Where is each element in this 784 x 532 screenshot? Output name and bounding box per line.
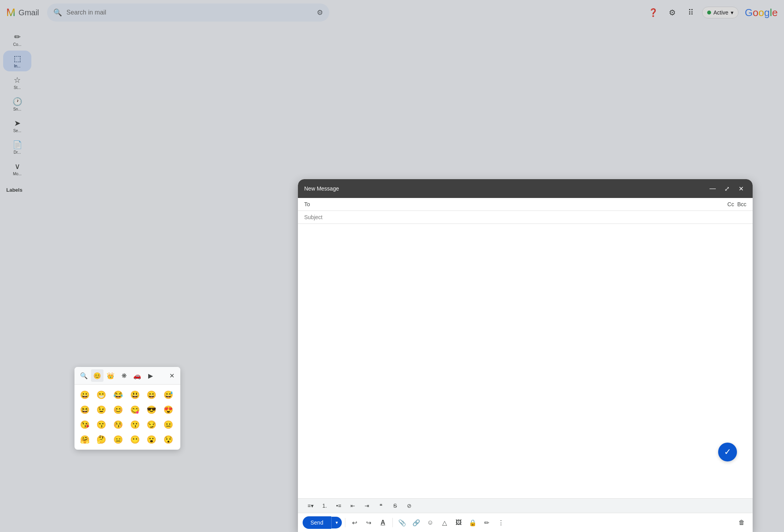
format-strikethrough-button[interactable]: S bbox=[389, 500, 401, 511]
attach-button[interactable]: 📎 bbox=[396, 516, 408, 529]
send-arrow-button[interactable]: ▾ bbox=[331, 517, 342, 528]
emoji-tab-objects[interactable]: ▶ bbox=[144, 369, 157, 382]
format-align-button[interactable]: ≡▾ bbox=[304, 500, 317, 511]
undo-button[interactable]: ↩ bbox=[348, 516, 361, 529]
emoji-😂[interactable]: 😂 bbox=[111, 388, 125, 402]
send-button[interactable]: Send bbox=[303, 516, 331, 529]
emoji-😄[interactable]: 😄 bbox=[145, 388, 159, 402]
emoji-😏[interactable]: 😏 bbox=[145, 418, 159, 432]
compose-subject-row bbox=[298, 211, 753, 224]
emoji-😮[interactable]: 😮 bbox=[145, 432, 159, 447]
format-indent-less-button[interactable]: ⇤ bbox=[347, 500, 359, 511]
bcc-button[interactable]: Bcc bbox=[737, 201, 746, 207]
redo-button[interactable]: ↪ bbox=[363, 516, 375, 529]
sign-button[interactable]: ✏ bbox=[481, 516, 493, 529]
emoji-😅[interactable]: 😅 bbox=[161, 388, 175, 402]
floating-check-button[interactable]: ✓ bbox=[718, 443, 737, 461]
emoji-😊[interactable]: 😊 bbox=[111, 403, 125, 417]
cc-bcc-buttons: Cc Bcc bbox=[728, 201, 746, 207]
compose-to-row: To Cc Bcc bbox=[298, 198, 753, 211]
emoji-😗[interactable]: 😗 bbox=[128, 418, 142, 432]
compose-modal: New Message — ⤢ ✕ To Cc Bcc ≡▾ 1. •≡ ⇤ ⇥… bbox=[298, 179, 753, 532]
compose-title: New Message bbox=[304, 185, 707, 192]
emoji-tab-search[interactable]: 🔍 bbox=[78, 369, 90, 382]
format-clear-button[interactable]: ⊘ bbox=[403, 500, 416, 511]
emoji-😀[interactable]: 😀 bbox=[78, 388, 92, 402]
delete-button[interactable]: 🗑 bbox=[735, 516, 748, 529]
emoji-tab-smileys[interactable]: 😊 bbox=[91, 369, 103, 382]
emoji-close-button[interactable]: ✕ bbox=[166, 370, 177, 381]
toolbar-divider-2 bbox=[392, 518, 393, 527]
emoji-😯[interactable]: 😯 bbox=[161, 432, 175, 447]
emoji-tab-nature[interactable]: ❋ bbox=[118, 369, 130, 382]
emoji-😐[interactable]: 😐 bbox=[161, 418, 175, 432]
subject-input[interactable] bbox=[304, 214, 746, 220]
to-input[interactable] bbox=[317, 201, 728, 207]
emoji-😁[interactable]: 😁 bbox=[94, 388, 109, 402]
emoji-😎[interactable]: 😎 bbox=[145, 403, 159, 417]
emoji-😃[interactable]: 😃 bbox=[128, 388, 142, 402]
cc-button[interactable]: Cc bbox=[728, 201, 734, 207]
compose-header-actions: — ⤢ ✕ bbox=[707, 183, 746, 194]
send-button-group: Send ▾ bbox=[303, 516, 342, 529]
to-label: To bbox=[304, 201, 314, 207]
format-quote-button[interactable]: ❝ bbox=[375, 500, 387, 511]
emoji-grid: 😀 😁 😂 😃 😄 😅 😆 😉 😊 😋 😎 😍 😘 😙 😚 😗 😏 😐 🤗 🤔 … bbox=[74, 385, 180, 450]
emoji-button[interactable]: ☺ bbox=[424, 516, 437, 529]
compose-toolbar: Send ▾ ↩ ↪ A 📎 🔗 ☺ △ 🖼 🔒 ✏ ⋮ 🗑 bbox=[298, 513, 753, 532]
emoji-🤗[interactable]: 🤗 bbox=[78, 432, 92, 447]
emoji-😍[interactable]: 😍 bbox=[161, 403, 175, 417]
emoji-😆[interactable]: 😆 bbox=[78, 403, 92, 417]
emoji-😑[interactable]: 😑 bbox=[111, 432, 125, 447]
emoji-😋[interactable]: 😋 bbox=[128, 403, 142, 417]
formatting-toolbar: ≡▾ 1. •≡ ⇤ ⇥ ❝ S ⊘ bbox=[298, 498, 753, 513]
emoji-picker: 🔍 😊 👑 ❋ 🚗 ▶ ✕ 😀 😁 😂 😃 😄 😅 😆 😉 😊 😋 😎 😍 😘 … bbox=[74, 367, 180, 450]
emoji-😘[interactable]: 😘 bbox=[78, 418, 92, 432]
emoji-😙[interactable]: 😙 bbox=[94, 418, 109, 432]
formatting-button[interactable]: A bbox=[377, 516, 389, 529]
emoji-🤔[interactable]: 🤔 bbox=[94, 432, 109, 447]
format-numbered-list-button[interactable]: 1. bbox=[318, 500, 331, 511]
emoji-tab-people[interactable]: 👑 bbox=[104, 369, 117, 382]
toolbar-divider-1 bbox=[345, 518, 345, 527]
emoji-tab-travel[interactable]: 🚗 bbox=[131, 369, 143, 382]
compose-body[interactable] bbox=[298, 224, 753, 498]
emoji-😚[interactable]: 😚 bbox=[111, 418, 125, 432]
lock-button[interactable]: 🔒 bbox=[466, 516, 479, 529]
more-options-button[interactable]: ⋮ bbox=[495, 516, 507, 529]
link-button[interactable]: 🔗 bbox=[410, 516, 423, 529]
maximize-button[interactable]: ⤢ bbox=[721, 183, 732, 194]
photo-button[interactable]: 🖼 bbox=[452, 516, 465, 529]
drive-button[interactable]: △ bbox=[438, 516, 451, 529]
emoji-😶[interactable]: 😶 bbox=[128, 432, 142, 447]
compose-header: New Message — ⤢ ✕ bbox=[298, 179, 753, 198]
emoji-😉[interactable]: 😉 bbox=[94, 403, 109, 417]
format-bullet-list-button[interactable]: •≡ bbox=[332, 500, 345, 511]
emoji-picker-tabs: 🔍 😊 👑 ❋ 🚗 ▶ ✕ bbox=[74, 367, 180, 385]
close-compose-button[interactable]: ✕ bbox=[735, 183, 746, 194]
format-indent-more-button[interactable]: ⇥ bbox=[361, 500, 373, 511]
minimize-button[interactable]: — bbox=[707, 183, 718, 194]
